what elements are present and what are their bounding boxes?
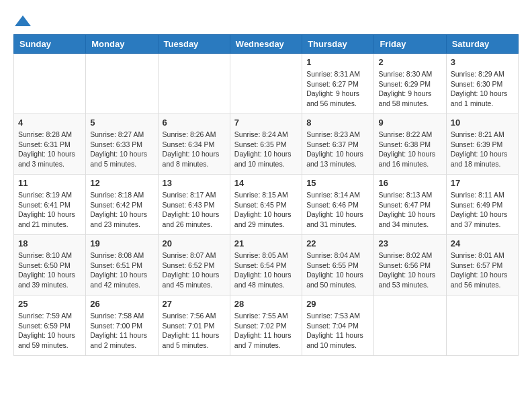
calendar-cell: 25Sunrise: 7:59 AM Sunset: 6:59 PM Dayli… (14, 295, 86, 356)
calendar-cell: 28Sunrise: 7:55 AM Sunset: 7:02 PM Dayli… (230, 295, 302, 356)
calendar-header-row: SundayMondayTuesdayWednesdayThursdayFrid… (14, 35, 519, 54)
day-number: 11 (18, 178, 81, 188)
day-info: Sunrise: 8:28 AM Sunset: 6:31 PM Dayligh… (18, 130, 81, 169)
day-info: Sunrise: 8:26 AM Sunset: 6:34 PM Dayligh… (163, 130, 226, 169)
calendar-cell: 18Sunrise: 8:10 AM Sunset: 6:50 PM Dayli… (14, 235, 86, 295)
calendar-cell: 23Sunrise: 8:02 AM Sunset: 6:56 PM Dayli… (374, 235, 446, 295)
calendar-cell (230, 54, 302, 114)
calendar-cell: 19Sunrise: 8:08 AM Sunset: 6:51 PM Dayli… (86, 235, 158, 295)
day-number: 24 (451, 238, 514, 248)
day-info: Sunrise: 7:53 AM Sunset: 7:04 PM Dayligh… (306, 311, 369, 351)
day-number: 4 (18, 118, 81, 128)
day-number: 9 (378, 118, 441, 128)
day-number: 22 (306, 238, 369, 248)
calendar-header-sunday: Sunday (14, 35, 86, 54)
day-info: Sunrise: 8:29 AM Sunset: 6:30 PM Dayligh… (451, 69, 514, 109)
calendar-cell: 15Sunrise: 8:14 AM Sunset: 6:46 PM Dayli… (302, 175, 374, 235)
day-info: Sunrise: 8:19 AM Sunset: 6:41 PM Dayligh… (18, 190, 81, 230)
calendar-cell: 4Sunrise: 8:28 AM Sunset: 6:31 PM Daylig… (14, 114, 86, 175)
calendar-header-friday: Friday (374, 35, 446, 54)
calendar-cell (446, 295, 518, 356)
calendar-cell: 11Sunrise: 8:19 AM Sunset: 6:41 PM Dayli… (14, 175, 86, 235)
day-number: 2 (378, 57, 441, 67)
day-info: Sunrise: 8:23 AM Sunset: 6:37 PM Dayligh… (306, 130, 369, 169)
calendar-cell (14, 54, 86, 114)
calendar-week-row: 4Sunrise: 8:28 AM Sunset: 6:31 PM Daylig… (14, 114, 519, 175)
day-number: 21 (234, 238, 298, 248)
calendar-cell: 20Sunrise: 8:07 AM Sunset: 6:52 PM Dayli… (158, 235, 230, 295)
calendar-cell: 7Sunrise: 8:24 AM Sunset: 6:35 PM Daylig… (230, 114, 302, 175)
day-number: 17 (451, 178, 514, 188)
svg-marker-0 (15, 15, 31, 26)
calendar-cell: 8Sunrise: 8:23 AM Sunset: 6:37 PM Daylig… (302, 114, 374, 175)
calendar-header-monday: Monday (86, 35, 158, 54)
calendar-cell: 21Sunrise: 8:05 AM Sunset: 6:54 PM Dayli… (230, 235, 302, 295)
calendar-cell: 14Sunrise: 8:15 AM Sunset: 6:45 PM Dayli… (230, 175, 302, 235)
calendar-week-row: 1Sunrise: 8:31 AM Sunset: 6:27 PM Daylig… (14, 54, 519, 114)
calendar-header-saturday: Saturday (446, 35, 518, 54)
day-number: 15 (306, 178, 369, 188)
day-info: Sunrise: 7:56 AM Sunset: 7:01 PM Dayligh… (163, 311, 226, 351)
calendar-cell: 2Sunrise: 8:30 AM Sunset: 6:29 PM Daylig… (374, 54, 446, 114)
calendar-header-wednesday: Wednesday (230, 35, 302, 54)
day-number: 7 (234, 118, 298, 128)
day-info: Sunrise: 7:55 AM Sunset: 7:02 PM Dayligh… (234, 311, 298, 351)
calendar-cell: 10Sunrise: 8:21 AM Sunset: 6:39 PM Dayli… (446, 114, 518, 175)
day-number: 1 (306, 57, 369, 67)
day-info: Sunrise: 8:14 AM Sunset: 6:46 PM Dayligh… (306, 190, 369, 230)
calendar-cell: 13Sunrise: 8:17 AM Sunset: 6:43 PM Dayli… (158, 175, 230, 235)
day-info: Sunrise: 8:10 AM Sunset: 6:50 PM Dayligh… (18, 250, 81, 290)
calendar-cell: 12Sunrise: 8:18 AM Sunset: 6:42 PM Dayli… (86, 175, 158, 235)
calendar-cell: 6Sunrise: 8:26 AM Sunset: 6:34 PM Daylig… (158, 114, 230, 175)
day-number: 25 (18, 299, 81, 309)
calendar-week-row: 25Sunrise: 7:59 AM Sunset: 6:59 PM Dayli… (14, 295, 519, 356)
day-number: 19 (90, 238, 153, 248)
day-info: Sunrise: 8:21 AM Sunset: 6:39 PM Dayligh… (451, 130, 514, 169)
calendar-header-tuesday: Tuesday (158, 35, 230, 54)
day-number: 8 (306, 118, 369, 128)
calendar-header-thursday: Thursday (302, 35, 374, 54)
day-info: Sunrise: 7:59 AM Sunset: 6:59 PM Dayligh… (18, 311, 81, 351)
day-number: 10 (451, 118, 514, 128)
day-number: 18 (18, 238, 81, 248)
day-number: 13 (163, 178, 226, 188)
day-info: Sunrise: 8:27 AM Sunset: 6:33 PM Dayligh… (90, 130, 153, 169)
day-info: Sunrise: 8:24 AM Sunset: 6:35 PM Dayligh… (234, 130, 298, 169)
calendar-cell: 17Sunrise: 8:11 AM Sunset: 6:49 PM Dayli… (446, 175, 518, 235)
day-info: Sunrise: 8:01 AM Sunset: 6:57 PM Dayligh… (451, 250, 514, 290)
day-info: Sunrise: 8:30 AM Sunset: 6:29 PM Dayligh… (378, 69, 441, 109)
day-number: 20 (163, 238, 226, 248)
day-info: Sunrise: 8:05 AM Sunset: 6:54 PM Dayligh… (234, 250, 298, 290)
calendar-cell: 29Sunrise: 7:53 AM Sunset: 7:04 PM Dayli… (302, 295, 374, 356)
day-info: Sunrise: 8:13 AM Sunset: 6:47 PM Dayligh… (378, 190, 441, 230)
header (13, 13, 519, 28)
calendar-cell: 3Sunrise: 8:29 AM Sunset: 6:30 PM Daylig… (446, 54, 518, 114)
day-info: Sunrise: 8:02 AM Sunset: 6:56 PM Dayligh… (378, 250, 441, 290)
day-info: Sunrise: 8:04 AM Sunset: 6:55 PM Dayligh… (306, 250, 369, 290)
day-number: 23 (378, 238, 441, 248)
day-number: 28 (234, 299, 298, 309)
day-info: Sunrise: 8:17 AM Sunset: 6:43 PM Dayligh… (163, 190, 226, 230)
day-info: Sunrise: 8:31 AM Sunset: 6:27 PM Dayligh… (306, 69, 369, 109)
day-number: 29 (306, 299, 369, 309)
calendar-cell: 1Sunrise: 8:31 AM Sunset: 6:27 PM Daylig… (302, 54, 374, 114)
calendar-cell: 22Sunrise: 8:04 AM Sunset: 6:55 PM Dayli… (302, 235, 374, 295)
day-info: Sunrise: 8:15 AM Sunset: 6:45 PM Dayligh… (234, 190, 298, 230)
calendar-cell: 24Sunrise: 8:01 AM Sunset: 6:57 PM Dayli… (446, 235, 518, 295)
logo (13, 13, 35, 28)
calendar-cell (158, 54, 230, 114)
day-info: Sunrise: 8:22 AM Sunset: 6:38 PM Dayligh… (378, 130, 441, 169)
calendar-cell: 16Sunrise: 8:13 AM Sunset: 6:47 PM Dayli… (374, 175, 446, 235)
calendar-cell: 26Sunrise: 7:58 AM Sunset: 7:00 PM Dayli… (86, 295, 158, 356)
calendar-cell: 27Sunrise: 7:56 AM Sunset: 7:01 PM Dayli… (158, 295, 230, 356)
calendar-week-row: 11Sunrise: 8:19 AM Sunset: 6:41 PM Dayli… (14, 175, 519, 235)
calendar-cell (374, 295, 446, 356)
day-number: 27 (163, 299, 226, 309)
day-number: 6 (163, 118, 226, 128)
day-info: Sunrise: 8:08 AM Sunset: 6:51 PM Dayligh… (90, 250, 153, 290)
calendar-cell: 9Sunrise: 8:22 AM Sunset: 6:38 PM Daylig… (374, 114, 446, 175)
day-number: 16 (378, 178, 441, 188)
day-number: 14 (234, 178, 298, 188)
calendar-cell: 5Sunrise: 8:27 AM Sunset: 6:33 PM Daylig… (86, 114, 158, 175)
day-info: Sunrise: 8:18 AM Sunset: 6:42 PM Dayligh… (90, 190, 153, 230)
